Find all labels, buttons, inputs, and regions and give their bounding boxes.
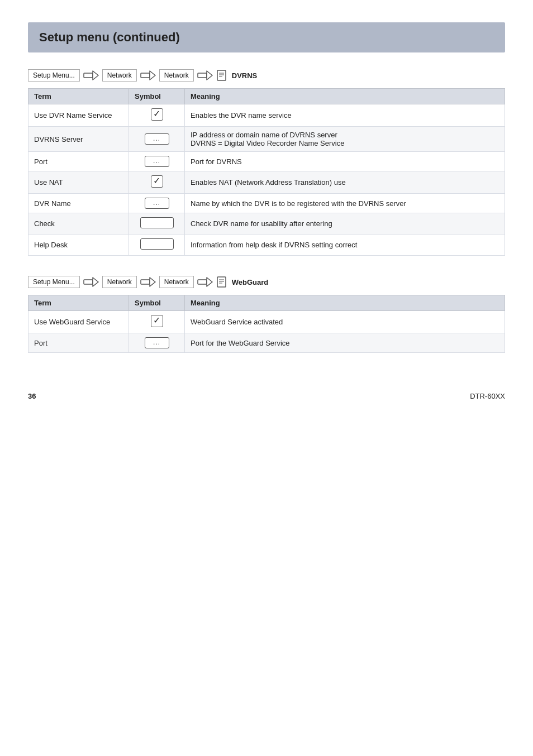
table-row: Port for the WebGuard Service (185, 333, 505, 353)
table-row: Port for DVRNS (185, 152, 505, 171)
section-dvrns: Setup Menu... Network Network (28, 69, 505, 256)
table-row: DVRNS Server (28, 127, 129, 152)
arrow-icon-1 (83, 70, 99, 81)
symbol-button (140, 217, 174, 228)
table-row: Enables NAT (Network Address Translation… (185, 171, 505, 194)
table-row: Enables the DVR name service (185, 104, 505, 127)
symbol-input (145, 133, 169, 145)
breadcrumb-dvrns: DVRNS (232, 71, 258, 80)
breadcrumb-network-2: Network (159, 69, 194, 82)
th-term-2: Term (28, 295, 129, 311)
svg-rect-4 (198, 73, 207, 78)
table-row: Use DVR Name Service (28, 104, 129, 127)
table-row (129, 235, 185, 256)
section-webguard: Setup Menu... Network Network (28, 276, 505, 353)
svg-rect-14 (198, 280, 207, 284)
table-row: Use NAT (28, 171, 129, 194)
table-row: Information from help desk if DVRNS sett… (185, 235, 505, 256)
breadcrumb-webguard: WebGuard (232, 278, 269, 286)
svg-marker-15 (207, 277, 212, 286)
svg-marker-1 (93, 71, 98, 80)
table-row (129, 127, 185, 152)
arrow-icon-3 (197, 70, 213, 81)
table-row: DVR Name (28, 194, 129, 213)
table-row: Check DVR name for usability after enter… (185, 213, 505, 235)
breadcrumb-network-3: Network (102, 276, 137, 288)
symbol-checkbox (151, 315, 163, 327)
page-title: Setup menu (continued) (28, 22, 505, 52)
webguard-table: Term Symbol Meaning Use WebGuard Service… (28, 295, 505, 353)
table-row: Name by which the DVR is to be registere… (185, 194, 505, 213)
svg-marker-13 (150, 277, 155, 286)
breadcrumb-network-4: Network (159, 276, 194, 288)
th-symbol-1: Symbol (129, 89, 185, 104)
th-meaning-2: Meaning (185, 295, 505, 311)
th-symbol-2: Symbol (129, 295, 185, 311)
breadcrumb-setup-menu: Setup Menu... (28, 69, 80, 82)
svg-rect-6 (217, 70, 226, 80)
footer-page-number: 36 (28, 392, 36, 400)
table-row: Check (28, 213, 129, 235)
symbol-input (145, 156, 169, 167)
table-row (129, 213, 185, 235)
page-footer: 36 DTR-60XX (28, 386, 505, 400)
svg-rect-2 (141, 73, 150, 78)
symbol-checkbox (151, 175, 163, 188)
table-row (129, 104, 185, 127)
doc-icon-1 (216, 70, 229, 80)
th-term-1: Term (28, 89, 129, 104)
table-row: Port (28, 152, 129, 171)
svg-rect-10 (84, 280, 93, 284)
svg-rect-16 (217, 277, 226, 287)
table-row: WebGuard Service activated (185, 311, 505, 333)
svg-marker-11 (93, 277, 98, 286)
svg-marker-5 (207, 71, 212, 80)
table-row (129, 311, 185, 333)
table-row: IP address or domain name of DVRNS serve… (185, 127, 505, 152)
svg-rect-12 (141, 280, 150, 284)
table-row: Help Desk (28, 235, 129, 256)
svg-marker-3 (150, 71, 155, 80)
table-row (129, 333, 185, 353)
table-row: Use WebGuard Service (28, 311, 129, 333)
page: Setup menu (continued) Setup Menu... Net… (0, 0, 533, 434)
th-meaning-1: Meaning (185, 89, 505, 104)
symbol-button (140, 238, 174, 250)
symbol-input (145, 198, 169, 209)
table-row (129, 194, 185, 213)
arrow-icon-4 (83, 276, 99, 288)
breadcrumb-setup-menu-2: Setup Menu... (28, 276, 80, 288)
symbol-checkbox (151, 108, 163, 121)
breadcrumb-network-1: Network (102, 69, 137, 82)
svg-rect-0 (84, 73, 93, 78)
symbol-input (145, 337, 169, 348)
dvrns-table: Term Symbol Meaning Use DVR Name Service… (28, 88, 505, 256)
footer-model: DTR-60XX (470, 392, 505, 400)
breadcrumb-1: Setup Menu... Network Network (28, 69, 505, 82)
doc-icon-2 (216, 277, 229, 287)
table-row (129, 152, 185, 171)
arrow-icon-5 (140, 276, 156, 288)
table-row (129, 171, 185, 194)
table-row: Port (28, 333, 129, 353)
breadcrumb-2: Setup Menu... Network Network (28, 276, 505, 288)
arrow-icon-2 (140, 70, 156, 81)
arrow-icon-6 (197, 276, 213, 288)
